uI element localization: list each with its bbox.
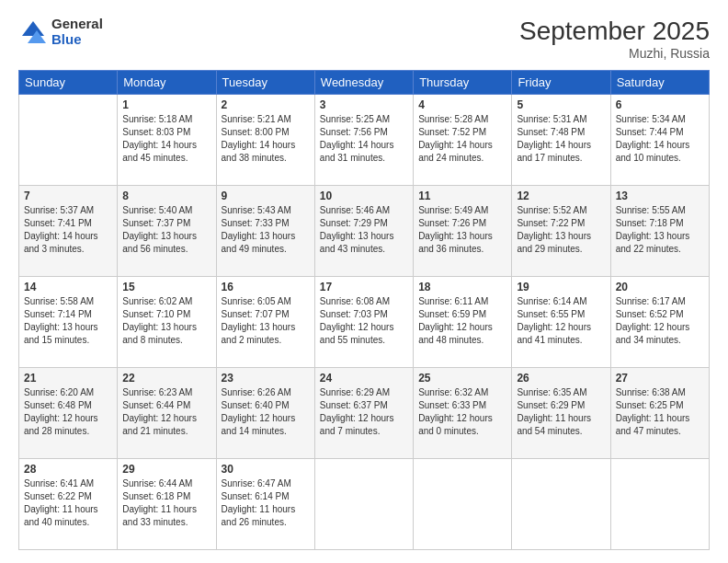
day-info: Sunrise: 6:23 AMSunset: 6:44 PMDaylight:…: [122, 386, 210, 438]
table-cell: 6Sunrise: 5:34 AMSunset: 7:44 PMDaylight…: [610, 95, 709, 186]
day-info: Sunrise: 6:29 AMSunset: 6:37 PMDaylight:…: [320, 386, 408, 438]
header-monday: Monday: [118, 71, 216, 95]
day-info: Sunrise: 6:44 AMSunset: 6:18 PMDaylight:…: [122, 477, 210, 529]
table-cell: 5Sunrise: 5:31 AMSunset: 7:48 PMDaylight…: [512, 95, 610, 186]
day-info: Sunrise: 5:58 AMSunset: 7:14 PMDaylight:…: [24, 295, 112, 347]
day-info: Sunrise: 5:43 AMSunset: 7:33 PMDaylight:…: [222, 204, 310, 256]
header-friday: Friday: [512, 71, 610, 95]
day-info: Sunrise: 5:52 AMSunset: 7:22 PMDaylight:…: [517, 204, 605, 256]
day-number: 9: [222, 190, 310, 202]
day-info: Sunrise: 6:11 AMSunset: 6:59 PMDaylight:…: [418, 295, 506, 347]
table-cell: 8Sunrise: 5:40 AMSunset: 7:37 PMDaylight…: [118, 186, 216, 277]
day-number: 11: [418, 190, 506, 202]
day-number: 14: [24, 281, 112, 293]
day-info: Sunrise: 6:41 AMSunset: 6:22 PMDaylight:…: [24, 477, 112, 529]
day-number: 17: [320, 281, 408, 293]
day-number: 24: [320, 372, 408, 385]
table-cell: 11Sunrise: 5:49 AMSunset: 7:26 PMDayligh…: [414, 186, 512, 277]
day-number: 25: [418, 372, 506, 385]
logo-text: General Blue: [51, 17, 103, 47]
header-wednesday: Wednesday: [314, 71, 413, 95]
table-cell: 15Sunrise: 6:02 AMSunset: 7:10 PMDayligh…: [118, 277, 216, 368]
title-block: September 2025 Muzhi, Russia: [519, 17, 710, 61]
logo-icon: [18, 17, 48, 47]
table-cell: 26Sunrise: 6:35 AMSunset: 6:29 PMDayligh…: [512, 368, 610, 459]
table-cell: 9Sunrise: 5:43 AMSunset: 7:33 PMDaylight…: [216, 186, 314, 277]
table-cell: 23Sunrise: 6:26 AMSunset: 6:40 PMDayligh…: [216, 368, 314, 459]
table-cell: 24Sunrise: 6:29 AMSunset: 6:37 PMDayligh…: [314, 368, 413, 459]
table-cell: 25Sunrise: 6:32 AMSunset: 6:33 PMDayligh…: [414, 368, 512, 459]
day-info: Sunrise: 6:08 AMSunset: 7:03 PMDaylight:…: [320, 295, 408, 347]
day-number: 8: [122, 190, 210, 202]
table-cell: [19, 95, 118, 186]
page: General Blue September 2025 Muzhi, Russi…: [0, 0, 728, 563]
day-info: Sunrise: 6:05 AMSunset: 7:07 PMDaylight:…: [222, 295, 310, 347]
day-info: Sunrise: 6:14 AMSunset: 6:55 PMDaylight:…: [517, 295, 605, 347]
week-row-2: 7Sunrise: 5:37 AMSunset: 7:41 PMDaylight…: [19, 186, 710, 277]
table-cell: 3Sunrise: 5:25 AMSunset: 7:56 PMDaylight…: [314, 95, 413, 186]
day-info: Sunrise: 6:02 AMSunset: 7:10 PMDaylight:…: [122, 295, 210, 347]
week-row-4: 21Sunrise: 6:20 AMSunset: 6:48 PMDayligh…: [19, 368, 710, 459]
header-tuesday: Tuesday: [216, 71, 314, 95]
day-number: 13: [616, 190, 704, 202]
day-number: 21: [24, 372, 112, 385]
weekday-header-row: Sunday Monday Tuesday Wednesday Thursday…: [19, 71, 710, 95]
week-row-3: 14Sunrise: 5:58 AMSunset: 7:14 PMDayligh…: [19, 277, 710, 368]
day-number: 5: [517, 98, 605, 111]
day-info: Sunrise: 6:32 AMSunset: 6:33 PMDaylight:…: [418, 386, 506, 438]
day-number: 29: [122, 463, 210, 476]
svg-marker-0: [22, 21, 44, 36]
day-info: Sunrise: 5:31 AMSunset: 7:48 PMDaylight:…: [517, 113, 605, 165]
day-number: 23: [222, 372, 310, 385]
day-number: 18: [418, 281, 506, 293]
table-cell: 10Sunrise: 5:46 AMSunset: 7:29 PMDayligh…: [314, 186, 413, 277]
table-cell: 2Sunrise: 5:21 AMSunset: 8:00 PMDaylight…: [216, 95, 314, 186]
day-info: Sunrise: 5:37 AMSunset: 7:41 PMDaylight:…: [24, 204, 112, 256]
table-cell: 29Sunrise: 6:44 AMSunset: 6:18 PMDayligh…: [118, 459, 216, 550]
table-cell: 27Sunrise: 6:38 AMSunset: 6:25 PMDayligh…: [610, 368, 709, 459]
day-number: 10: [320, 190, 408, 202]
table-cell: [512, 459, 610, 550]
day-info: Sunrise: 6:47 AMSunset: 6:14 PMDaylight:…: [222, 477, 310, 529]
day-number: 19: [517, 281, 605, 293]
table-cell: 14Sunrise: 5:58 AMSunset: 7:14 PMDayligh…: [19, 277, 118, 368]
header-thursday: Thursday: [414, 71, 512, 95]
day-number: 1: [122, 98, 210, 111]
day-number: 7: [24, 190, 112, 202]
day-number: 20: [616, 281, 704, 293]
day-number: 28: [24, 463, 112, 476]
day-info: Sunrise: 6:17 AMSunset: 6:52 PMDaylight:…: [616, 295, 704, 347]
day-number: 12: [517, 190, 605, 202]
day-number: 16: [222, 281, 310, 293]
table-cell: 1Sunrise: 5:18 AMSunset: 8:03 PMDaylight…: [118, 95, 216, 186]
logo-blue: Blue: [51, 32, 103, 48]
day-info: Sunrise: 5:18 AMSunset: 8:03 PMDaylight:…: [122, 113, 210, 165]
subtitle: Muzhi, Russia: [519, 46, 710, 61]
day-info: Sunrise: 6:35 AMSunset: 6:29 PMDaylight:…: [517, 386, 605, 438]
week-row-1: 1Sunrise: 5:18 AMSunset: 8:03 PMDaylight…: [19, 95, 710, 186]
day-number: 27: [616, 372, 704, 385]
header-saturday: Saturday: [610, 71, 709, 95]
table-cell: 22Sunrise: 6:23 AMSunset: 6:44 PMDayligh…: [118, 368, 216, 459]
day-number: 2: [222, 98, 310, 111]
logo: General Blue: [18, 17, 103, 47]
day-number: 22: [122, 372, 210, 385]
day-info: Sunrise: 6:38 AMSunset: 6:25 PMDaylight:…: [616, 386, 704, 438]
calendar-header: Sunday Monday Tuesday Wednesday Thursday…: [19, 71, 710, 95]
day-number: 4: [418, 98, 506, 111]
day-info: Sunrise: 5:49 AMSunset: 7:26 PMDaylight:…: [418, 204, 506, 256]
table-cell: 20Sunrise: 6:17 AMSunset: 6:52 PMDayligh…: [610, 277, 709, 368]
day-info: Sunrise: 6:20 AMSunset: 6:48 PMDaylight:…: [24, 386, 112, 438]
calendar-body: 1Sunrise: 5:18 AMSunset: 8:03 PMDaylight…: [19, 95, 710, 550]
table-cell: 19Sunrise: 6:14 AMSunset: 6:55 PMDayligh…: [512, 277, 610, 368]
day-info: Sunrise: 5:40 AMSunset: 7:37 PMDaylight:…: [122, 204, 210, 256]
day-number: 6: [616, 98, 704, 111]
table-cell: 17Sunrise: 6:08 AMSunset: 7:03 PMDayligh…: [314, 277, 413, 368]
table-cell: [314, 459, 413, 550]
table-cell: 12Sunrise: 5:52 AMSunset: 7:22 PMDayligh…: [512, 186, 610, 277]
day-info: Sunrise: 5:46 AMSunset: 7:29 PMDaylight:…: [320, 204, 408, 256]
day-info: Sunrise: 6:26 AMSunset: 6:40 PMDaylight:…: [222, 386, 310, 438]
table-cell: 30Sunrise: 6:47 AMSunset: 6:14 PMDayligh…: [216, 459, 314, 550]
day-info: Sunrise: 5:28 AMSunset: 7:52 PMDaylight:…: [418, 113, 506, 165]
table-cell: 7Sunrise: 5:37 AMSunset: 7:41 PMDaylight…: [19, 186, 118, 277]
